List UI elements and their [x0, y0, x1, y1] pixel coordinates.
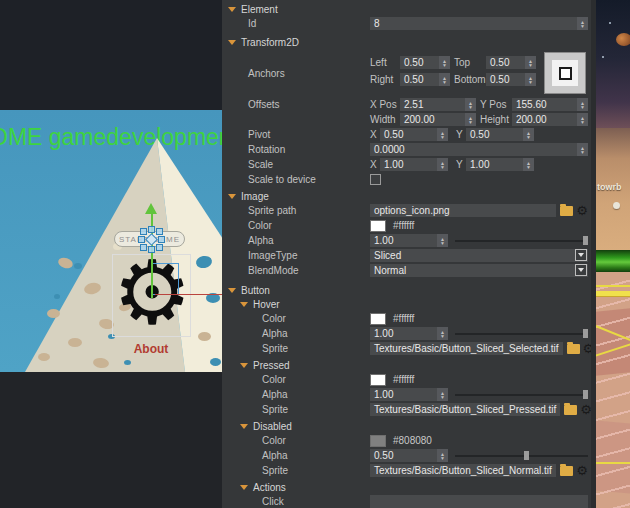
anchor-top-field[interactable]: 0.50 ▲▼ [486, 56, 536, 69]
y-axis-arrow-icon[interactable] [145, 203, 157, 214]
dropdown-arrow-icon[interactable] [575, 249, 587, 261]
slider-handle[interactable] [583, 329, 588, 338]
pivot-y-field[interactable]: 0.50 ▲▼ [466, 128, 534, 141]
image-alpha-stepper[interactable]: ▲▼ [437, 234, 448, 247]
folder-icon[interactable] [567, 344, 580, 354]
disclosure-triangle-icon[interactable] [228, 288, 236, 293]
folder-icon[interactable] [564, 405, 577, 415]
width-field[interactable]: 200.00 ▲▼ [400, 113, 476, 126]
xpos-stepper[interactable]: ▲▼ [465, 98, 476, 111]
xpos-field[interactable]: 2.51 ▲▼ [400, 98, 476, 111]
offsets-label: Offsets [222, 99, 370, 110]
sprite-path-field[interactable]: options_icon.png [370, 204, 556, 217]
anchor-bottom-label: Bottom [450, 74, 486, 85]
disabled-alpha-slider[interactable] [455, 449, 588, 462]
about-button[interactable]: About [108, 342, 194, 356]
ypos-stepper[interactable]: ▲▼ [577, 98, 588, 111]
scale-x-field[interactable]: 1.00 ▲▼ [380, 158, 448, 171]
folder-icon[interactable] [560, 206, 573, 216]
pressed-alpha-slider[interactable] [455, 388, 588, 401]
id-field[interactable]: 8 ▲▼ [370, 17, 588, 30]
color-swatch[interactable] [370, 435, 386, 447]
section-transform2d: Transform2D [222, 36, 596, 48]
anchor-bottom-stepper[interactable]: ▲▼ [525, 73, 536, 86]
editor-background-bottom [0, 372, 222, 508]
pyramid-hole [198, 332, 211, 341]
hover-alpha-field[interactable]: 1.00 ▲▼ [370, 327, 448, 340]
row-sprite-path: Sprite path options_icon.png ⚙ [222, 204, 596, 217]
scale-y-stepper[interactable]: ▲▼ [523, 158, 534, 171]
anchor-left-stepper[interactable]: ▲▼ [439, 56, 450, 69]
click-action-field[interactable] [370, 495, 588, 508]
move-gizmo-icon[interactable] [138, 226, 166, 254]
scale-y-field[interactable]: 1.00 ▲▼ [466, 158, 534, 171]
anchor-preset-button[interactable] [544, 52, 586, 94]
height-field[interactable]: 200.00 ▲▼ [512, 113, 588, 126]
hover-alpha-stepper[interactable]: ▲▼ [437, 327, 448, 340]
imagetype-label: ImageType [222, 250, 370, 261]
blendmode-dropdown[interactable]: Normal [370, 264, 588, 277]
imagetype-dropdown[interactable]: Sliced [370, 249, 588, 262]
slider-handle[interactable] [524, 451, 529, 460]
gear-icon[interactable]: ⚙ [576, 464, 588, 477]
gear-icon[interactable]: ⚙ [576, 204, 588, 217]
disabled-alpha-label: Alpha [222, 450, 370, 461]
disclosure-triangle-icon[interactable] [240, 302, 248, 307]
disclosure-triangle-icon[interactable] [240, 424, 248, 429]
anchor-right-field[interactable]: 0.50 ▲▼ [400, 73, 450, 86]
pressed-sprite-field[interactable]: Textures/Basic/Button_Sliced_Pressed.tif [370, 403, 560, 416]
row-imagetype: ImageType Sliced [222, 249, 596, 262]
anchor-left-field[interactable]: 0.50 ▲▼ [400, 56, 450, 69]
image-alpha-slider[interactable] [455, 234, 588, 247]
height-stepper[interactable]: ▲▼ [577, 113, 588, 126]
slider-handle[interactable] [583, 390, 588, 399]
pressed-color-label: Color [222, 374, 370, 385]
pyramid-hole [210, 358, 221, 366]
folder-icon[interactable] [560, 466, 573, 476]
hover-sprite-field[interactable]: Textures/Basic/Button_Sliced_Selected.ti… [370, 342, 563, 355]
pivot-x-field[interactable]: 0.50 ▲▼ [380, 128, 448, 141]
row-scale-to-device: Scale to device [222, 173, 596, 186]
scale-x-stepper[interactable]: ▲▼ [437, 158, 448, 171]
scale-to-device-checkbox[interactable] [370, 174, 381, 185]
anchor-preset-icon [559, 67, 572, 80]
disclosure-triangle-icon[interactable] [228, 40, 236, 45]
pivot-x-stepper[interactable]: ▲▼ [437, 128, 448, 141]
disclosure-triangle-icon[interactable] [228, 194, 236, 199]
disabled-alpha-stepper[interactable]: ▲▼ [437, 449, 448, 462]
disclosure-triangle-icon[interactable] [240, 485, 248, 490]
width-stepper[interactable]: ▲▼ [465, 113, 476, 126]
pivot-label: Pivot [222, 129, 370, 140]
ypos-field[interactable]: 155.60 ▲▼ [512, 98, 588, 111]
anchor-top-stepper[interactable]: ▲▼ [525, 56, 536, 69]
disabled-sprite-field[interactable]: Textures/Basic/Button_Sliced_Normal.tif [370, 464, 556, 477]
dropdown-arrow-icon[interactable] [575, 264, 587, 276]
rotation-stepper[interactable]: ▲▼ [577, 143, 588, 156]
image-alpha-field[interactable]: 1.00 ▲▼ [370, 234, 448, 247]
color-swatch[interactable] [370, 374, 386, 386]
scale-to-device-label: Scale to device [222, 174, 370, 185]
game-viewport[interactable]: OME gamedevelopment.tut START GAME ⚙ [0, 110, 222, 372]
id-label: Id [222, 18, 370, 29]
slider-handle[interactable] [583, 236, 588, 245]
id-stepper[interactable]: ▲▼ [577, 17, 588, 30]
pressed-alpha-field[interactable]: 1.00 ▲▼ [370, 388, 448, 401]
section-disabled-label: Disabled [253, 421, 292, 432]
track-line [596, 462, 630, 464]
hover-alpha-slider[interactable] [455, 327, 588, 340]
star [609, 22, 611, 24]
color-swatch[interactable] [370, 220, 386, 232]
disabled-alpha-field[interactable]: 0.50 ▲▼ [370, 449, 448, 462]
anchor-left-label: Left [370, 57, 400, 68]
anchor-bottom-field[interactable]: 0.50 ▲▼ [486, 73, 536, 86]
disclosure-triangle-icon[interactable] [240, 363, 248, 368]
row-disabled-color: Color #808080 [222, 434, 596, 447]
pivot-y-stepper[interactable]: ▲▼ [523, 128, 534, 141]
pressed-alpha-stepper[interactable]: ▲▼ [437, 388, 448, 401]
xpos-label: X Pos [370, 99, 400, 110]
rotation-field[interactable]: 0.0000 ▲▼ [370, 143, 588, 156]
disclosure-triangle-icon[interactable] [228, 7, 236, 12]
anchor-right-stepper[interactable]: ▲▼ [439, 73, 450, 86]
color-swatch[interactable] [370, 313, 386, 325]
ypos-label: Y Pos [476, 99, 512, 110]
